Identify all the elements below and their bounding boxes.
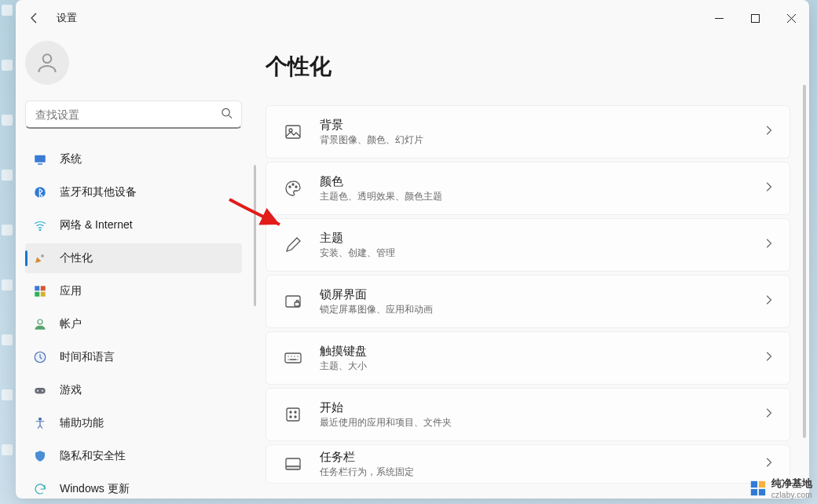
svg-point-28	[290, 416, 291, 418]
svg-rect-35	[759, 488, 765, 495]
chevron-right-icon	[763, 294, 774, 309]
svg-rect-0	[751, 14, 759, 22]
svg-point-19	[289, 186, 291, 188]
chevron-right-icon	[763, 125, 774, 139]
svg-point-1	[43, 54, 52, 63]
card-pen[interactable]: 主题安装、创建、管理	[266, 218, 790, 272]
card-subtitle: 背景图像、颜色、幻灯片	[320, 133, 763, 147]
svg-point-2	[222, 108, 229, 115]
card-title: 任务栏	[320, 449, 763, 465]
sidebar-item-label: 游戏	[60, 383, 82, 397]
sidebar-item-label: 系统	[60, 152, 82, 166]
card-subtitle: 最近使用的应用和项目、文件夹	[320, 416, 763, 429]
card-picture[interactable]: 背景背景图像、颜色、幻灯片	[266, 105, 790, 159]
main-scrollbar[interactable]	[803, 85, 806, 438]
svg-point-26	[290, 411, 291, 413]
card-taskbar[interactable]: 任务栏任务栏行为，系统固定	[266, 444, 790, 484]
bluetooth-icon	[33, 185, 47, 199]
sidebar-item-update[interactable]: Windows 更新	[25, 474, 242, 499]
sidebar-item-time[interactable]: 时间和语言	[25, 342, 242, 372]
update-icon	[33, 482, 47, 496]
card-title: 颜色	[320, 173, 763, 189]
sidebar-item-label: 应用	[60, 284, 82, 298]
sidebar-item-gaming[interactable]: 游戏	[25, 375, 242, 405]
card-title: 背景	[320, 117, 763, 133]
main-panel: 个性化 背景背景图像、颜色、幻灯片颜色主题色、透明效果、颜色主题主题安装、创建、…	[251, 36, 809, 499]
accessibility-icon	[33, 416, 47, 430]
chevron-right-icon	[763, 457, 774, 471]
app-title: 设置	[57, 11, 77, 25]
sidebar-item-label: 帐户	[60, 317, 82, 331]
chevron-right-icon	[763, 181, 774, 195]
svg-rect-25	[287, 408, 299, 421]
chevron-right-icon	[763, 238, 774, 252]
svg-point-27	[295, 411, 296, 413]
sidebar-item-account[interactable]: 帐户	[25, 309, 242, 339]
system-icon	[33, 152, 47, 166]
back-button[interactable]	[27, 10, 42, 26]
card-palette[interactable]: 颜色主题色、透明效果、颜色主题	[266, 162, 790, 215]
titlebar: 设置	[16, 0, 809, 36]
sidebar-item-label: 时间和语言	[60, 350, 115, 364]
sidebar-item-label: 网络 & Internet	[60, 218, 133, 232]
wifi-icon	[33, 218, 47, 232]
person-icon	[35, 50, 60, 75]
card-title: 主题	[320, 230, 763, 246]
svg-rect-24	[285, 353, 301, 363]
svg-point-21	[295, 186, 297, 188]
card-subtitle: 主题、大小	[320, 360, 763, 373]
sidebar-item-system[interactable]: 系统	[25, 144, 242, 174]
time-icon	[33, 350, 47, 364]
sidebar: 系统蓝牙和其他设备网络 & Internet个性化应用帐户时间和语言游戏辅助功能…	[16, 36, 251, 499]
chevron-right-icon	[763, 351, 774, 365]
svg-rect-33	[759, 480, 765, 487]
sidebar-item-accessibility[interactable]: 辅助功能	[25, 408, 242, 438]
svg-rect-32	[751, 480, 757, 487]
svg-point-14	[37, 390, 38, 392]
sidebar-item-personalize[interactable]: 个性化	[25, 243, 242, 273]
sidebar-item-apps[interactable]: 应用	[25, 276, 242, 306]
close-icon	[787, 14, 796, 23]
gaming-icon	[33, 383, 47, 397]
card-title: 触摸键盘	[320, 343, 763, 359]
search-input[interactable]	[25, 100, 242, 129]
sidebar-item-label: Windows 更新	[60, 482, 130, 496]
card-subtitle: 锁定屏幕图像、应用和动画	[320, 303, 763, 316]
sidebar-item-label: 蓝牙和其他设备	[60, 185, 137, 199]
svg-rect-10	[41, 292, 46, 297]
svg-point-16	[39, 418, 42, 420]
close-button[interactable]	[773, 6, 809, 30]
account-icon	[33, 317, 47, 331]
pen-icon	[282, 234, 304, 256]
card-lock[interactable]: 锁屏界面锁定屏幕图像、应用和动画	[266, 275, 790, 328]
sidebar-item-label: 隐私和安全性	[60, 449, 126, 463]
svg-point-15	[42, 390, 43, 392]
svg-point-20	[292, 184, 294, 185]
card-title: 锁屏界面	[320, 287, 763, 302]
sidebar-scrollbar[interactable]	[254, 165, 256, 306]
sidebar-item-privacy[interactable]: 隐私和安全性	[25, 441, 242, 471]
svg-rect-4	[38, 163, 42, 165]
sidebar-item-bluetooth[interactable]: 蓝牙和其他设备	[25, 177, 242, 207]
maximize-button[interactable]	[737, 6, 773, 30]
lock-icon	[282, 290, 304, 312]
avatar[interactable]	[25, 41, 69, 85]
card-list: 背景背景图像、颜色、幻灯片颜色主题色、透明效果、颜色主题主题安装、创建、管理锁屏…	[266, 105, 790, 484]
svg-rect-22	[286, 296, 300, 307]
card-keyboard[interactable]: 触摸键盘主题、大小	[266, 331, 790, 385]
svg-rect-9	[35, 292, 39, 297]
card-start[interactable]: 开始最近使用的应用和项目、文件夹	[266, 388, 790, 441]
arrow-left-icon	[28, 12, 41, 24]
privacy-icon	[33, 449, 47, 463]
svg-rect-13	[35, 388, 46, 394]
sidebar-item-wifi[interactable]: 网络 & Internet	[25, 210, 242, 240]
svg-rect-7	[35, 286, 39, 290]
svg-point-6	[39, 229, 41, 231]
nav: 系统蓝牙和其他设备网络 & Internet个性化应用帐户时间和语言游戏辅助功能…	[25, 144, 242, 499]
apps-icon	[33, 284, 47, 298]
minimize-button[interactable]	[701, 6, 737, 30]
picture-icon	[282, 121, 304, 143]
svg-point-29	[295, 416, 296, 418]
maximize-icon	[751, 14, 760, 23]
watermark-url: czlaby.com	[771, 491, 812, 499]
